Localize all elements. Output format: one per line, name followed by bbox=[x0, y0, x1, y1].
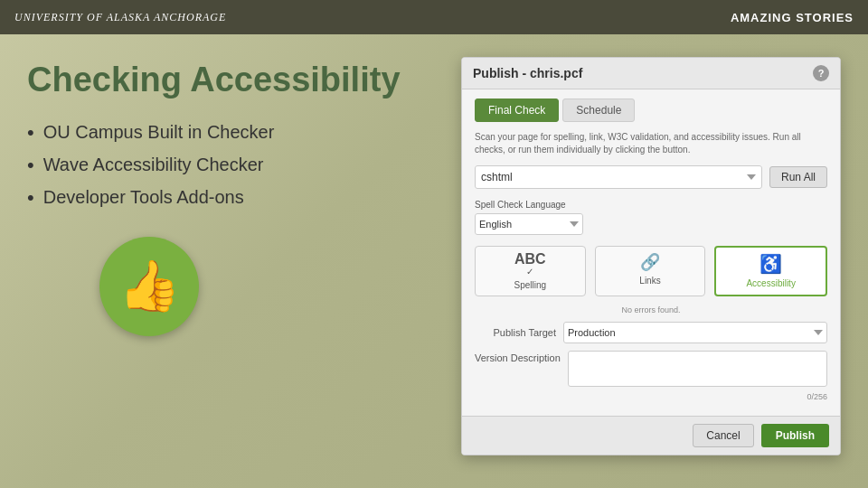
spell-check-label: Spell Check Language bbox=[475, 200, 827, 210]
spelling-icon: ABC bbox=[514, 252, 546, 267]
dialog-header: Publish - chris.pcf ? bbox=[462, 58, 840, 89]
links-check-button[interactable]: 🔗 Links bbox=[595, 246, 706, 296]
links-label: Links bbox=[639, 276, 660, 286]
check-type-select[interactable]: cshtml bbox=[475, 165, 762, 189]
bullet-text: Developer Tools Add-ons bbox=[43, 187, 244, 208]
version-desc-label: Version Description bbox=[475, 351, 561, 363]
bullet-text: Wave Accessibility Checker bbox=[43, 155, 264, 175]
publish-button[interactable]: Publish bbox=[761, 424, 829, 447]
publish-target-label: Publish Target bbox=[475, 327, 556, 338]
no-errors-text: No errors found. bbox=[475, 305, 827, 314]
accessibility-icon: ♿ bbox=[760, 253, 782, 275]
tab-final-check[interactable]: Final Check bbox=[475, 99, 559, 122]
publish-target-select[interactable]: Production bbox=[563, 322, 827, 343]
slide-title: Checking Accessibility bbox=[27, 61, 443, 99]
spelling-check-button[interactable]: ABC ✓ Spelling bbox=[475, 246, 586, 296]
spelling-label: Spelling bbox=[514, 280, 547, 290]
slide-background: University of Alaska Anchorage Amazing S… bbox=[0, 0, 868, 488]
main-content: Checking Accessibility • OU Campus Built… bbox=[0, 34, 868, 488]
bullet-dot: • bbox=[27, 154, 34, 177]
bullet-dot: • bbox=[27, 121, 34, 145]
accessibility-label: Accessibility bbox=[746, 278, 795, 288]
version-desc-textarea[interactable] bbox=[568, 351, 827, 387]
list-item: • Developer Tools Add-ons bbox=[27, 186, 443, 210]
thumbs-up-icon: 👍 bbox=[118, 257, 181, 315]
header-bar: University of Alaska Anchorage Amazing S… bbox=[0, 0, 868, 34]
bullet-list: • OU Campus Built in Checker • Wave Acce… bbox=[27, 121, 443, 219]
tabs-row: Final Check Schedule bbox=[475, 99, 827, 122]
description-text: Scan your page for spelling, link, W3C v… bbox=[475, 131, 827, 156]
brand-text: Amazing Stories bbox=[731, 11, 854, 24]
spell-lang-row: Spell Check Language English bbox=[475, 200, 827, 235]
uaa-logo: University of Alaska Anchorage bbox=[14, 11, 226, 24]
char-count: 0/256 bbox=[475, 392, 827, 401]
bullet-text: OU Campus Built in Checker bbox=[43, 122, 275, 143]
list-item: • OU Campus Built in Checker bbox=[27, 121, 443, 145]
dialog-footer: Cancel Publish bbox=[462, 416, 840, 455]
thumbs-up-circle: 👍 bbox=[99, 237, 199, 336]
bullet-dot: • bbox=[27, 186, 34, 210]
version-desc-row: Version Description bbox=[475, 351, 827, 387]
header-right: Amazing Stories bbox=[731, 11, 854, 24]
accessibility-check-button[interactable]: ♿ Accessibility bbox=[714, 246, 827, 296]
run-all-button[interactable]: Run All bbox=[769, 166, 827, 188]
help-icon[interactable]: ? bbox=[813, 65, 829, 81]
tab-schedule[interactable]: Schedule bbox=[562, 99, 635, 122]
list-item: • Wave Accessibility Checker bbox=[27, 154, 443, 177]
spell-lang-select[interactable]: English bbox=[475, 213, 583, 235]
left-panel: Checking Accessibility • OU Campus Built… bbox=[27, 52, 443, 470]
check-buttons-row: ABC ✓ Spelling 🔗 Links ♿ Accessibility bbox=[475, 246, 827, 296]
publish-target-row: Publish Target Production bbox=[475, 322, 827, 343]
run-all-row: cshtml Run All bbox=[475, 165, 827, 189]
cancel-button[interactable]: Cancel bbox=[693, 424, 753, 447]
dialog-title: Publish - chris.pcf bbox=[473, 66, 582, 80]
dialog-body: Final Check Schedule Scan your page for … bbox=[462, 89, 840, 416]
header-left: University of Alaska Anchorage bbox=[14, 11, 226, 24]
links-icon: 🔗 bbox=[640, 252, 660, 272]
publish-dialog: Publish - chris.pcf ? Final Check Schedu… bbox=[461, 57, 841, 455]
